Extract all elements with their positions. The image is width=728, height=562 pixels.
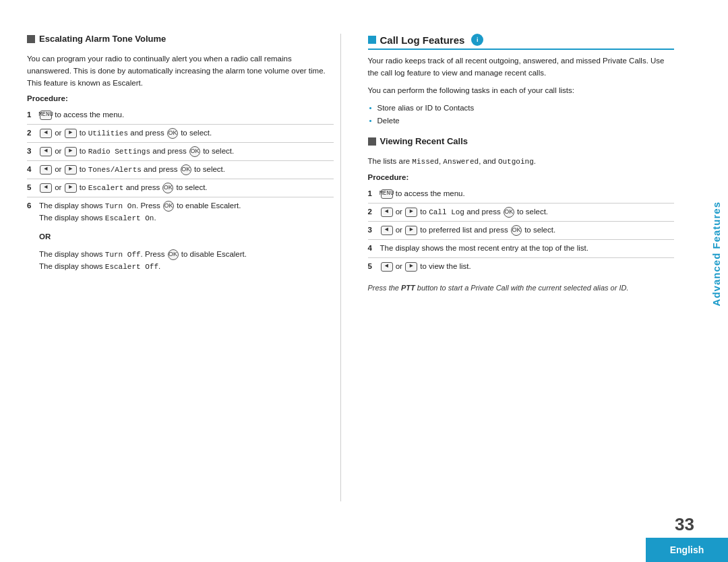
left-procedure-list: 1 MENU to access the menu. 2 ◄ or ► to U… [27,106,334,275]
step-content-6a: The display shows Turn On. Press OK to e… [39,200,241,224]
menu-button-icon: MENU [40,111,52,120]
step-content-5: ◄ or ► to Escalert and press OK to selec… [39,182,334,194]
ok-button-icon-6b: OK [168,249,179,260]
answered-code: Answered [443,158,479,166]
right-step-5: 5 ◄ or ► to view the list. [368,258,675,276]
viewing-recent-calls-section: Viewing Recent Calls The lists are Misse… [368,136,675,293]
step-content-6b: The display shows Turn Off. Press OK to … [39,249,247,273]
left-step-6: 6 The display shows Turn On. Press OK to… [27,197,334,275]
content-area: Escalating Alarm Tone Volume You can pro… [27,34,694,501]
nav-left-icon-3: ◄ [40,147,52,156]
r-step-num-2: 2 [368,206,376,218]
viewing-title: Viewing Recent Calls [380,136,468,146]
step-content-3: ◄ or ► to Radio Settings and press OK to… [39,146,334,158]
step-num-4: 4 [27,164,35,175]
ptt-note: Press the PTT button to start a Private … [368,282,675,294]
tasks-intro: You can perform the following tasks in e… [368,85,675,97]
nav-left-icon-5: ◄ [40,183,52,193]
step-num-3: 3 [27,146,35,157]
nav-right-icon-4: ► [65,165,77,175]
viewing-icon-square [368,137,376,146]
left-step-3: 3 ◄ or ► to Radio Settings and press OK … [27,143,334,161]
r-step-content-3: ◄ or ► to preferred list and press OK to… [380,224,675,237]
r-step-num-5: 5 [368,261,376,272]
right-step-1: 1 MENU to access the menu. [368,185,675,204]
step-content-1: MENU to access the menu. [39,109,334,121]
r-nav-left-3: ◄ [381,226,393,235]
left-step-1: 1 MENU to access the menu. [27,106,334,125]
nav-right-icon: ► [65,129,77,138]
right-step-3: 3 ◄ or ► to preferred list and press OK … [368,222,675,240]
r-nav-right-5: ► [405,262,417,272]
right-step-4: 4 The display shows the most recent entr… [368,240,675,258]
nav-left-icon-4: ◄ [40,165,52,175]
page-number: 33 [675,514,694,535]
r-ok-icon-3: OK [511,225,522,236]
r-nav-right-2: ► [405,208,417,217]
right-procedure-list: 1 MENU to access the menu. 2 ◄ or ► [368,185,675,275]
ok-button-icon: OK [167,128,178,139]
nav-left-icon: ◄ [40,129,52,138]
step-num-5: 5 [27,182,35,193]
r-ok-icon-2: OK [504,207,514,218]
missed-code: Missed [412,158,439,166]
left-body-text: You can program your radio to continuall… [27,53,334,89]
calllog-icon: i [471,34,483,46]
english-tab[interactable]: English [646,538,728,562]
step-num-1: 1 [27,109,35,121]
step-content-4: ◄ or ► to Tones/Alerts and press OK to s… [39,164,334,176]
left-procedure-label: Procedure: [27,94,334,102]
ok-button-icon-6: OK [163,201,174,212]
bullet-item-1: Store alias or ID to Contacts [368,102,675,114]
right-step-2: 2 ◄ or ► to Call Log and press OK to sel… [368,204,675,222]
nav-right-icon-5: ► [65,183,77,193]
left-section-title: Escalating Alarm Tone Volume [39,34,166,44]
left-step-2: 2 ◄ or ► to Utilities and press OK to se… [27,125,334,143]
or-label: OR [39,231,51,243]
left-section-header: Escalating Alarm Tone Volume [27,34,334,46]
right-procedure-label: Procedure: [368,173,675,181]
right-section-header: Call Log Features i [368,34,675,50]
r-nav-left-2: ◄ [381,208,393,217]
r-step-content-4: The display shows the most recent entry … [380,243,675,255]
ok-button-icon-4: OK [181,164,191,175]
step-num-2: 2 [27,127,35,139]
left-step-4: 4 ◄ or ► to Tones/Alerts and press OK to… [27,161,334,179]
page-container: Advanced Features Escalating Alarm Tone … [0,0,728,562]
r-step-num-1: 1 [368,188,376,199]
r-nav-left-5: ◄ [381,262,393,272]
r-step-num-4: 4 [368,243,376,254]
viewing-intro: The lists are Missed, Answered, and Outg… [368,156,675,168]
r-step-content-5: ◄ or ► to view the list. [380,261,675,273]
r-step-content-2: ◄ or ► to Call Log and press OK to selec… [380,206,675,218]
left-step-5: 5 ◄ or ► to Escalert and press OK to sel… [27,179,334,197]
step-content-2: ◄ or ► to Utilities and press OK to sele… [39,127,334,139]
viewing-header: Viewing Recent Calls [368,136,675,149]
nav-right-icon-3: ► [65,147,77,156]
sidebar-label-text: Advanced Features [710,201,722,306]
sidebar-label: Advanced Features [704,0,728,508]
r-step-content-1: MENU to access the menu. [380,188,675,200]
ok-button-icon-3: OK [189,146,200,157]
outgoing-code: Outgoing [498,158,534,166]
ok-button-icon-5: OK [162,183,173,193]
r-step-num-3: 3 [368,224,376,236]
step-num-6: 6 [27,200,35,212]
right-section-title: Call Log Features [380,34,465,46]
right-column: Call Log Features i Your radio keeps tra… [361,34,695,501]
r-menu-button-icon: MENU [381,189,393,199]
r-nav-right-3: ► [405,226,417,235]
left-column: Escalating Alarm Tone Volume You can pro… [27,34,341,501]
bullet-item-2: Delete [368,115,675,127]
section-icon-square [27,35,35,43]
right-body-text: Your radio keeps track of all recent out… [368,55,675,80]
bullet-list: Store alias or ID to Contacts Delete [368,102,675,127]
section-icon-square-blue [368,36,376,44]
